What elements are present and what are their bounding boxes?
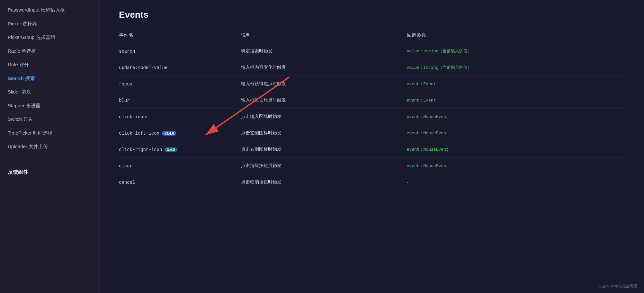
sidebar-item-label: Slider 滑块 <box>8 88 31 96</box>
callback-text: event：MouseEvent <box>407 131 449 136</box>
event-name: click-left-icon <box>119 131 159 136</box>
event-callback: event：MouseEvent <box>407 158 625 174</box>
table-row: focus输入框获得焦点时触发event：Event <box>119 76 625 92</box>
sidebar-item-label: Rate 评分 <box>8 61 29 68</box>
page-title: Events <box>119 10 625 20</box>
main-content: Events 事件名 说明 回调参数 search确定搜索时触发value：st… <box>100 0 644 293</box>
sidebar-item-timepicker[interactable]: TimePicker 时间选择 <box>0 126 99 140</box>
sidebar-item-radio[interactable]: Radio 单选框 <box>0 44 99 58</box>
sidebar: PasswordInput 密码输入框 Picker 选择器 PickerGro… <box>0 0 100 293</box>
sidebar-item-label: Radio 单选框 <box>8 48 36 55</box>
version-badge: 3.4.0 <box>165 147 177 152</box>
event-name: focus <box>119 82 132 87</box>
sidebar-item-label: Search 搜索 <box>8 75 35 82</box>
event-name: clear <box>119 164 132 169</box>
sidebar-item-stepper[interactable]: Stepper 步进器 <box>0 99 99 113</box>
events-table: 事件名 说明 回调参数 search确定搜索时触发value：string（当前… <box>119 29 625 190</box>
event-name: click-input <box>119 114 148 120</box>
version-badge: v3.4.0 <box>162 131 176 136</box>
event-desc: 点击清除按钮后触发 <box>241 158 407 174</box>
col-header-callback: 回调参数 <box>407 29 625 43</box>
col-header-desc: 说明 <box>241 29 407 43</box>
sidebar-item-uploader[interactable]: Uploader 文件上传 <box>0 140 99 154</box>
table-row: search确定搜索时触发value：string（当前输入的值） <box>119 43 625 59</box>
callback-text: value：string（当前输入的值） <box>407 49 472 54</box>
event-desc: 输入框内容变化时触发 <box>241 59 407 76</box>
table-row: click-input点击输入区域时触发event：MouseEvent <box>119 109 625 125</box>
event-desc: 输入框获得焦点时触发 <box>241 76 407 92</box>
event-name: update:model-value <box>119 65 167 70</box>
section-title-feedback: 反馈组件 <box>0 163 99 178</box>
event-name: search <box>119 49 135 54</box>
table-row: blur输入框失去焦点时触发event：Event <box>119 92 625 109</box>
sidebar-item-label: TimePicker 时间选择 <box>8 129 52 137</box>
sidebar-item-label: Switch 开关 <box>8 116 33 123</box>
event-callback: event：MouseEvent <box>407 141 625 158</box>
event-callback: event：MouseEvent <box>407 109 625 125</box>
sidebar-item-rate[interactable]: Rate 评分 <box>0 58 99 72</box>
sidebar-item-label: Picker 选择器 <box>8 20 37 28</box>
event-callback: value：string（当前输入的值） <box>407 59 625 76</box>
event-name: click-right-icon <box>119 147 162 152</box>
sidebar-item-label: PickerGroup 选择器组 <box>8 34 55 41</box>
sidebar-item-picker[interactable]: Picker 选择器 <box>0 17 99 31</box>
table-row: clear点击清除按钮后触发event：MouseEvent <box>119 158 625 174</box>
sidebar-item-slider[interactable]: Slider 滑块 <box>0 85 99 99</box>
callback-text: event：Event <box>407 82 436 86</box>
event-desc: 点击右侧图标时触发 <box>241 141 407 158</box>
event-callback: event：Event <box>407 92 625 109</box>
event-callback: - <box>407 174 625 191</box>
event-name: cancel <box>119 180 135 185</box>
table-row: click-right-icon3.4.0点击右侧图标时触发event：Mous… <box>119 141 625 158</box>
callback-text: value：string（当前输入的值） <box>407 65 472 70</box>
watermark: CSDN @宇宙无敌臀臀 <box>598 284 638 289</box>
event-callback: value：string（当前输入的值） <box>407 43 625 59</box>
sidebar-item-picker-group[interactable]: PickerGroup 选择器组 <box>0 31 99 44</box>
event-name: blur <box>119 98 130 103</box>
sidebar-item-label: Stepper 步进器 <box>8 102 40 110</box>
event-desc: 点击取消按钮时触发 <box>241 174 407 191</box>
table-row: cancel点击取消按钮时触发- <box>119 174 625 191</box>
col-header-event: 事件名 <box>119 29 241 43</box>
event-desc: 输入框失去焦点时触发 <box>241 92 407 109</box>
sidebar-item-label: PasswordInput 密码输入框 <box>8 6 65 14</box>
sidebar-item-label: Uploader 文件上传 <box>8 143 48 150</box>
event-desc: 点击左侧图标时触发 <box>241 125 407 141</box>
callback-text: event：MouseEvent <box>407 164 449 168</box>
callback-text: event：MouseEvent <box>407 147 449 152</box>
event-desc: 确定搜索时触发 <box>241 43 407 59</box>
event-desc: 点击输入区域时触发 <box>241 109 407 125</box>
callback-text: event：Event <box>407 98 436 103</box>
table-row: click-left-iconv3.4.0点击左侧图标时触发event：Mous… <box>119 125 625 141</box>
callback-text: event：MouseEvent <box>407 114 449 119</box>
sidebar-item-search[interactable]: Search 搜索 <box>0 72 99 85</box>
sidebar-item-switch[interactable]: Switch 开关 <box>0 112 99 126</box>
event-callback: event：MouseEvent <box>407 125 625 141</box>
table-row: update:model-value输入框内容变化时触发value：string… <box>119 59 625 76</box>
event-callback: event：Event <box>407 76 625 92</box>
sidebar-item-password-input[interactable]: PasswordInput 密码输入框 <box>0 3 99 17</box>
